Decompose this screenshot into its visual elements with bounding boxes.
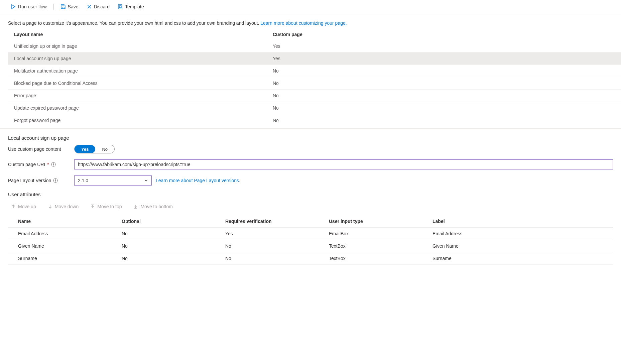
arrow-up-icon bbox=[11, 204, 16, 209]
move-up-button: Move up bbox=[8, 203, 39, 211]
layout-custom-cell: Yes bbox=[267, 52, 621, 65]
attr-input-cell: EmailBox bbox=[319, 228, 422, 240]
move-to-bottom-button: Move to bottom bbox=[130, 203, 175, 211]
user-attributes-heading: User attributes bbox=[8, 192, 613, 197]
page-layout-version-label-text: Page Layout Version bbox=[8, 178, 51, 183]
layout-detail: Local account sign up page Use custom pa… bbox=[0, 129, 621, 271]
save-icon bbox=[60, 4, 66, 9]
layout-name-cell: Forgot password page bbox=[8, 114, 267, 127]
layout-custom-cell: No bbox=[267, 77, 621, 90]
required-asterisk: * bbox=[47, 162, 49, 167]
arrow-bottom-icon bbox=[133, 204, 138, 209]
attr-label-cell: Given Name bbox=[422, 240, 613, 252]
arrow-down-icon bbox=[47, 204, 53, 209]
attrs-header-verify: Requires verification bbox=[215, 215, 319, 228]
layouts-table: Layout name Custom page Unified sign up … bbox=[8, 29, 621, 126]
table-row[interactable]: Email AddressNoYesEmailBoxEmail Address bbox=[8, 228, 613, 240]
move-up-label: Move up bbox=[18, 204, 36, 209]
chevron-down-icon bbox=[144, 178, 148, 183]
table-row[interactable]: Error pageNo bbox=[8, 90, 621, 102]
attr-verify-cell: Yes bbox=[215, 228, 319, 240]
table-row[interactable]: Local account sign up pageYes bbox=[8, 52, 621, 65]
detail-title: Local account sign up page bbox=[8, 135, 613, 141]
close-icon bbox=[87, 4, 92, 9]
layouts-header-custom: Custom page bbox=[267, 29, 621, 40]
table-row[interactable]: SurnameNoNoTextBoxSurname bbox=[8, 252, 613, 265]
play-icon bbox=[11, 4, 16, 9]
layout-custom-cell: No bbox=[267, 102, 621, 114]
use-custom-row: Use custom page content Yes No bbox=[8, 145, 613, 153]
attrs-header-input: User input type bbox=[319, 215, 422, 228]
page-description: Select a page to customize it's appearan… bbox=[0, 15, 621, 29]
layout-name-cell: Blocked page due to Conditional Access bbox=[8, 77, 267, 90]
info-icon[interactable] bbox=[51, 162, 56, 167]
discard-label: Discard bbox=[94, 4, 110, 9]
save-label: Save bbox=[68, 4, 79, 9]
discard-button[interactable]: Discard bbox=[84, 3, 112, 11]
arrow-top-icon bbox=[90, 204, 95, 209]
table-row[interactable]: Multifactor authentication pageNo bbox=[8, 65, 621, 77]
layout-name-cell: Unified sign up or sign in page bbox=[8, 40, 267, 52]
custom-uri-label-text: Custom page URI bbox=[8, 162, 45, 167]
run-user-flow-label: Run user flow bbox=[18, 4, 47, 9]
layout-custom-cell: No bbox=[267, 114, 621, 127]
attr-label-cell: Surname bbox=[422, 252, 613, 265]
svg-rect-2 bbox=[119, 6, 121, 8]
layout-name-cell: Error page bbox=[8, 90, 267, 102]
page-layout-version-select[interactable]: 2.1.0 bbox=[74, 175, 152, 186]
layout-name-cell: Multifactor authentication page bbox=[8, 65, 267, 77]
custom-uri-input[interactable] bbox=[74, 159, 613, 169]
attr-label-cell: Email Address bbox=[422, 228, 613, 240]
page-layout-version-value: 2.1.0 bbox=[78, 178, 88, 183]
svg-rect-1 bbox=[118, 5, 122, 9]
table-row[interactable]: Unified sign up or sign in pageYes bbox=[8, 40, 621, 52]
attr-verify-cell: No bbox=[215, 240, 319, 252]
attr-name-cell: Email Address bbox=[8, 228, 112, 240]
template-label: Template bbox=[125, 4, 144, 9]
template-icon bbox=[118, 4, 123, 9]
attr-input-cell: TextBox bbox=[319, 240, 422, 252]
command-bar: Run user flow Save Discard Template bbox=[0, 0, 621, 15]
move-down-button: Move down bbox=[45, 203, 82, 211]
table-row[interactable]: Blocked page due to Conditional AccessNo bbox=[8, 77, 621, 90]
page-layout-version-row: Page Layout Version 2.1.0 Learn more abo… bbox=[8, 175, 613, 186]
user-attributes-table: Name Optional Requires verification User… bbox=[8, 215, 613, 265]
table-row[interactable]: Forgot password pageNo bbox=[8, 114, 621, 127]
learn-more-link[interactable]: Learn more about customizing your page. bbox=[260, 20, 347, 26]
attrs-header-name: Name bbox=[8, 215, 112, 228]
attr-verify-cell: No bbox=[215, 252, 319, 265]
page-layout-version-label: Page Layout Version bbox=[8, 178, 70, 183]
template-button[interactable]: Template bbox=[115, 3, 147, 11]
attr-optional-cell: No bbox=[112, 252, 215, 265]
use-custom-toggle[interactable]: Yes No bbox=[74, 145, 115, 153]
table-row[interactable]: Update expired password pageNo bbox=[8, 102, 621, 114]
table-row[interactable]: Given NameNoNoTextBoxGiven Name bbox=[8, 240, 613, 252]
layout-name-cell: Update expired password page bbox=[8, 102, 267, 114]
toggle-no[interactable]: No bbox=[95, 145, 114, 153]
attr-optional-cell: No bbox=[112, 228, 215, 240]
move-to-top-label: Move to top bbox=[97, 204, 122, 209]
layout-name-cell: Local account sign up page bbox=[8, 52, 267, 65]
svg-marker-0 bbox=[12, 5, 15, 9]
layouts-header-name: Layout name bbox=[8, 29, 267, 40]
move-down-label: Move down bbox=[55, 204, 79, 209]
attr-input-cell: TextBox bbox=[319, 252, 422, 265]
save-button[interactable]: Save bbox=[58, 3, 81, 11]
attrs-header-label: Label bbox=[422, 215, 613, 228]
move-to-top-button: Move to top bbox=[87, 203, 124, 211]
layout-custom-cell: No bbox=[267, 65, 621, 77]
attr-optional-cell: No bbox=[112, 240, 215, 252]
layout-custom-cell: No bbox=[267, 90, 621, 102]
layout-custom-cell: Yes bbox=[267, 40, 621, 52]
move-to-bottom-label: Move to bottom bbox=[140, 204, 173, 209]
attr-name-cell: Surname bbox=[8, 252, 112, 265]
attr-name-cell: Given Name bbox=[8, 240, 112, 252]
svg-point-6 bbox=[55, 179, 56, 180]
info-icon[interactable] bbox=[53, 178, 58, 183]
page-layout-versions-link[interactable]: Learn more about Page Layout versions. bbox=[156, 178, 240, 183]
custom-uri-label: Custom page URI * bbox=[8, 162, 70, 167]
custom-uri-row: Custom page URI * bbox=[8, 159, 613, 169]
attrs-header-optional: Optional bbox=[112, 215, 215, 228]
run-user-flow-button[interactable]: Run user flow bbox=[8, 3, 49, 11]
toggle-yes[interactable]: Yes bbox=[75, 145, 95, 153]
